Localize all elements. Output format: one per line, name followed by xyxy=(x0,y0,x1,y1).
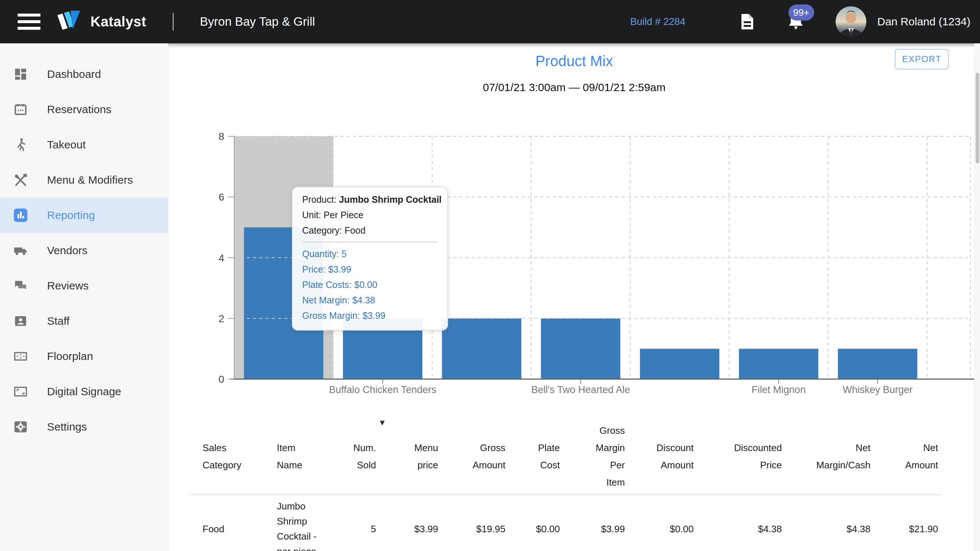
sidebar-item-floorplan[interactable]: Floorplan xyxy=(0,339,168,374)
topbar-divider xyxy=(173,13,173,30)
column-header[interactable]: Discount Amount xyxy=(628,439,697,474)
sidebar-item-label: Reservations xyxy=(47,103,111,116)
page-title: Product Mix xyxy=(169,43,980,70)
digital-signage-icon xyxy=(13,384,29,400)
column-header[interactable]: Net Margin/Cash xyxy=(786,439,874,474)
sidebar-item-menu-modifiers[interactable]: Menu & Modifiers xyxy=(0,162,168,198)
table-body: FoodJumbo Shrimp Cocktail - per piece5$3… xyxy=(191,494,942,551)
x-tick-label: Bell's Two Hearted Ale xyxy=(531,384,630,395)
y-tick-label: 2 xyxy=(218,313,224,324)
sidebar-item-staff[interactable]: Staff xyxy=(0,303,168,339)
scrollbar-track[interactable] xyxy=(974,43,980,551)
export-button[interactable]: EXPORT xyxy=(895,49,949,70)
column-header[interactable]: Num. Sold xyxy=(332,439,380,474)
main-content: Product Mix 07/01/21 3:00am — 09/01/21 2… xyxy=(169,43,980,551)
reservations-icon xyxy=(13,102,29,118)
notifications[interactable]: 99+ xyxy=(788,13,804,31)
menu-modifiers-icon xyxy=(13,172,29,188)
x-tick-label: Filet Mignon xyxy=(752,384,806,395)
table-cell: $21.90 xyxy=(874,522,942,537)
tooltip-unit-line: Unit: Per Piece xyxy=(302,207,438,222)
build-label: Build # 2284 xyxy=(630,16,685,27)
bar-3[interactable] xyxy=(541,319,620,379)
y-tick-label: 6 xyxy=(218,191,224,203)
table-cell: $19.95 xyxy=(442,522,509,537)
sidebar: DashboardReservationsTakeoutMenu & Modif… xyxy=(0,43,169,551)
bar-4[interactable] xyxy=(640,349,719,379)
table-cell: $3.99 xyxy=(563,522,628,537)
document-icon[interactable] xyxy=(741,13,754,30)
tooltip-product-name: Jumbo Shrimp Cocktail xyxy=(339,194,441,205)
tooltip-stat: Net Margin: $4.38 xyxy=(302,292,438,308)
column-header[interactable]: Gross Amount xyxy=(442,439,509,474)
bar-2[interactable] xyxy=(442,319,521,379)
floorplan-icon xyxy=(13,348,29,364)
table-row: FoodJumbo Shrimp Cocktail - per piece5$3… xyxy=(191,494,942,551)
chart-tooltip: Product: Jumbo Shrimp Cocktail Unit: Per… xyxy=(292,187,448,330)
brand-name: Katalyst xyxy=(91,14,146,30)
y-tick-label: 8 xyxy=(218,131,224,142)
table-header-row: ▼ Sales CategoryItem NameNum. SoldMenu p… xyxy=(191,419,942,494)
staff-icon xyxy=(13,313,29,329)
user-name[interactable]: Dan Roland (1234) xyxy=(877,16,971,28)
tooltip-product-line: Product: Jumbo Shrimp Cocktail xyxy=(302,192,438,207)
sidebar-item-takeout[interactable]: Takeout xyxy=(0,127,168,162)
sidebar-item-label: Reviews xyxy=(47,279,89,292)
column-header[interactable]: Gross Margin Per Item xyxy=(563,422,628,491)
sidebar-item-label: Floorplan xyxy=(47,350,93,362)
sidebar-item-reviews[interactable]: Reviews xyxy=(0,268,168,303)
table-cell: Jumbo Shrimp Cocktail - per piece xyxy=(274,499,332,551)
sort-desc-icon[interactable]: ▼ xyxy=(378,418,387,427)
column-header[interactable]: Item Name xyxy=(274,439,332,474)
sidebar-item-label: Settings xyxy=(47,421,87,433)
tooltip-stat: Price: $3.99 xyxy=(302,262,438,277)
sidebar-item-reservations[interactable]: Reservations xyxy=(0,92,168,127)
y-tick-label: 0 xyxy=(218,373,224,385)
katalyst-logo-icon xyxy=(53,10,88,33)
sidebar-item-label: Digital Signage xyxy=(47,385,121,398)
table-cell: $4.38 xyxy=(786,522,874,537)
product-mix-table: ▼ Sales CategoryItem NameNum. SoldMenu p… xyxy=(191,419,942,551)
sidebar-item-label: Dashboard xyxy=(47,68,101,81)
table-cell: $3.99 xyxy=(380,522,442,537)
tooltip-divider xyxy=(302,242,438,243)
table-cell: $0.00 xyxy=(628,522,697,537)
notification-badge: 99+ xyxy=(789,5,814,21)
sidebar-item-dashboard[interactable]: Dashboard xyxy=(0,57,168,92)
tooltip-stats: Quantity: 5Price: $3.99Plate Costs: $0.0… xyxy=(302,246,438,323)
tooltip-stat: Gross Margin: $3.99 xyxy=(302,308,438,323)
app-bar: Katalyst Byron Bay Tap & Grill Build # 2… xyxy=(0,0,980,43)
sidebar-item-label: Menu & Modifiers xyxy=(47,174,133,186)
column-header[interactable]: Menu price xyxy=(380,439,442,474)
sidebar-item-reporting[interactable]: Reporting xyxy=(0,198,168,233)
sidebar-item-vendors[interactable]: Vendors xyxy=(0,233,168,268)
column-header[interactable]: Plate Cost xyxy=(509,439,563,474)
scrollbar-thumb[interactable] xyxy=(975,73,979,164)
tooltip-category-line: Category: Food xyxy=(302,222,438,238)
location-title: Byron Bay Tap & Grill xyxy=(200,15,315,29)
bar-5[interactable] xyxy=(739,349,818,379)
sidebar-item-settings[interactable]: Settings xyxy=(0,409,168,445)
sidebar-item-label: Takeout xyxy=(47,138,86,151)
brand[interactable]: Katalyst xyxy=(53,10,146,33)
date-range: 07/01/21 3:00am — 09/01/21 2:59am xyxy=(169,81,980,94)
column-header[interactable]: Discounted Price xyxy=(697,439,786,474)
column-header[interactable]: Sales Category xyxy=(191,439,274,474)
reporting-icon xyxy=(13,207,29,223)
table-cell: 5 xyxy=(332,522,380,537)
vendors-icon xyxy=(13,243,29,259)
menu-icon[interactable] xyxy=(18,14,40,30)
avatar-photo xyxy=(835,6,866,37)
x-tick-label: Buffalo Chicken Tenders xyxy=(329,384,436,395)
avatar[interactable] xyxy=(835,6,866,37)
sidebar-item-digital-signage[interactable]: Digital Signage xyxy=(0,374,168,409)
column-header[interactable]: Net Amount xyxy=(874,439,942,474)
dashboard-icon xyxy=(13,66,29,82)
sidebar-item-label: Vendors xyxy=(47,244,88,257)
bar-6[interactable] xyxy=(838,349,917,379)
y-tick-label: 4 xyxy=(218,252,224,264)
tooltip-stat: Quantity: 5 xyxy=(302,246,438,262)
x-tick-label: Whiskey Burger xyxy=(843,384,913,395)
table-cell: $4.38 xyxy=(697,522,786,537)
table-cell: $0.00 xyxy=(509,522,563,537)
